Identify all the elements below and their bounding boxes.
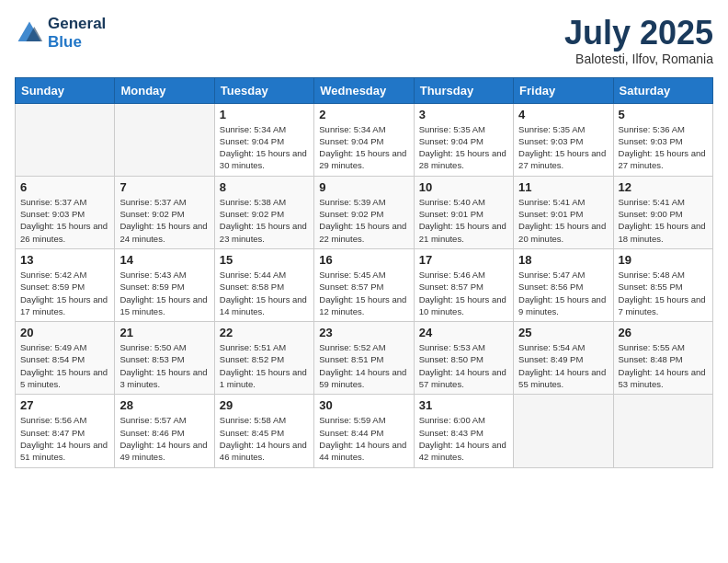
day-info: Sunrise: 5:50 AM Sunset: 8:53 PM Dayligh… xyxy=(119,341,209,390)
calendar-week-4: 20Sunrise: 5:49 AM Sunset: 8:54 PM Dayli… xyxy=(16,322,713,395)
day-info: Sunrise: 5:57 AM Sunset: 8:46 PM Dayligh… xyxy=(119,414,209,463)
calendar-cell: 23Sunrise: 5:52 AM Sunset: 8:51 PM Dayli… xyxy=(314,322,414,395)
logo: General Blue xyxy=(15,15,106,51)
calendar-cell: 28Sunrise: 5:57 AM Sunset: 8:46 PM Dayli… xyxy=(115,395,214,467)
calendar-cell xyxy=(514,395,613,467)
calendar-cell: 21Sunrise: 5:50 AM Sunset: 8:53 PM Dayli… xyxy=(115,322,214,395)
calendar-table: SundayMondayTuesdayWednesdayThursdayFrid… xyxy=(15,77,713,468)
calendar-cell: 20Sunrise: 5:49 AM Sunset: 8:54 PM Dayli… xyxy=(16,322,115,395)
day-info: Sunrise: 5:45 AM Sunset: 8:57 PM Dayligh… xyxy=(319,269,408,317)
day-info: Sunrise: 5:38 AM Sunset: 9:02 PM Dayligh… xyxy=(220,196,309,245)
weekday-header-tuesday: Tuesday xyxy=(214,77,313,103)
day-info: Sunrise: 6:00 AM Sunset: 8:43 PM Dayligh… xyxy=(419,414,508,463)
day-info: Sunrise: 5:43 AM Sunset: 8:59 PM Dayligh… xyxy=(119,269,209,317)
day-info: Sunrise: 5:42 AM Sunset: 8:59 PM Dayligh… xyxy=(20,269,109,317)
day-info: Sunrise: 5:48 AM Sunset: 8:55 PM Dayligh… xyxy=(619,269,708,317)
day-number: 26 xyxy=(619,326,708,339)
day-number: 27 xyxy=(20,398,109,412)
day-info: Sunrise: 5:59 AM Sunset: 8:44 PM Dayligh… xyxy=(319,414,408,463)
calendar-cell: 24Sunrise: 5:53 AM Sunset: 8:50 PM Dayli… xyxy=(414,322,513,395)
calendar-cell: 22Sunrise: 5:51 AM Sunset: 8:52 PM Dayli… xyxy=(214,322,313,395)
calendar-cell xyxy=(115,103,214,176)
calendar-cell: 12Sunrise: 5:41 AM Sunset: 9:00 PM Dayli… xyxy=(613,176,712,248)
day-info: Sunrise: 5:34 AM Sunset: 9:04 PM Dayligh… xyxy=(220,123,309,172)
calendar-cell: 9Sunrise: 5:39 AM Sunset: 9:02 PM Daylig… xyxy=(314,176,414,248)
weekday-header-thursday: Thursday xyxy=(414,77,513,103)
day-info: Sunrise: 5:37 AM Sunset: 9:03 PM Dayligh… xyxy=(20,196,109,245)
day-number: 9 xyxy=(319,180,408,194)
day-number: 17 xyxy=(419,253,508,267)
day-number: 24 xyxy=(419,326,508,339)
day-info: Sunrise: 5:41 AM Sunset: 9:00 PM Dayligh… xyxy=(619,196,708,245)
day-info: Sunrise: 5:36 AM Sunset: 9:03 PM Dayligh… xyxy=(619,123,708,172)
calendar-cell: 7Sunrise: 5:37 AM Sunset: 9:02 PM Daylig… xyxy=(115,176,214,248)
day-info: Sunrise: 5:55 AM Sunset: 8:48 PM Dayligh… xyxy=(619,341,708,390)
calendar-cell: 18Sunrise: 5:47 AM Sunset: 8:56 PM Dayli… xyxy=(514,248,613,321)
weekday-header-friday: Friday xyxy=(514,77,613,103)
calendar-cell: 17Sunrise: 5:46 AM Sunset: 8:57 PM Dayli… xyxy=(414,248,513,321)
calendar-cell: 11Sunrise: 5:41 AM Sunset: 9:01 PM Dayli… xyxy=(514,176,613,248)
calendar-cell: 19Sunrise: 5:48 AM Sunset: 8:55 PM Dayli… xyxy=(613,248,712,321)
day-number: 11 xyxy=(518,180,608,194)
weekday-header-row: SundayMondayTuesdayWednesdayThursdayFrid… xyxy=(16,77,713,103)
day-number: 30 xyxy=(319,398,408,412)
day-info: Sunrise: 5:51 AM Sunset: 8:52 PM Dayligh… xyxy=(220,341,309,390)
calendar-cell: 6Sunrise: 5:37 AM Sunset: 9:03 PM Daylig… xyxy=(16,176,115,248)
day-number: 16 xyxy=(319,253,408,267)
calendar-cell: 8Sunrise: 5:38 AM Sunset: 9:02 PM Daylig… xyxy=(214,176,313,248)
day-number: 18 xyxy=(518,253,608,267)
day-number: 29 xyxy=(220,398,309,412)
day-info: Sunrise: 5:49 AM Sunset: 8:54 PM Dayligh… xyxy=(20,341,109,390)
day-info: Sunrise: 5:54 AM Sunset: 8:49 PM Dayligh… xyxy=(518,341,608,390)
calendar-cell: 15Sunrise: 5:44 AM Sunset: 8:58 PM Dayli… xyxy=(214,248,313,321)
calendar-cell: 16Sunrise: 5:45 AM Sunset: 8:57 PM Dayli… xyxy=(314,248,414,321)
calendar-cell: 2Sunrise: 5:34 AM Sunset: 9:04 PM Daylig… xyxy=(314,103,414,176)
calendar-cell xyxy=(16,103,115,176)
day-number: 28 xyxy=(119,398,209,412)
day-number: 1 xyxy=(220,108,309,121)
day-number: 15 xyxy=(220,253,309,267)
day-info: Sunrise: 5:35 AM Sunset: 9:03 PM Dayligh… xyxy=(518,123,608,172)
calendar-cell: 30Sunrise: 5:59 AM Sunset: 8:44 PM Dayli… xyxy=(314,395,414,467)
calendar-cell: 5Sunrise: 5:36 AM Sunset: 9:03 PM Daylig… xyxy=(613,103,712,176)
day-number: 25 xyxy=(518,326,608,339)
day-number: 2 xyxy=(319,108,408,121)
day-number: 19 xyxy=(619,253,708,267)
day-info: Sunrise: 5:47 AM Sunset: 8:56 PM Dayligh… xyxy=(518,269,608,317)
day-info: Sunrise: 5:52 AM Sunset: 8:51 PM Dayligh… xyxy=(319,341,408,390)
day-number: 5 xyxy=(619,108,708,121)
calendar-week-1: 1Sunrise: 5:34 AM Sunset: 9:04 PM Daylig… xyxy=(16,103,713,176)
day-number: 31 xyxy=(419,398,508,412)
calendar-cell: 29Sunrise: 5:58 AM Sunset: 8:45 PM Dayli… xyxy=(214,395,313,467)
day-number: 7 xyxy=(119,180,209,194)
day-number: 22 xyxy=(220,326,309,339)
day-number: 13 xyxy=(20,253,109,267)
day-number: 6 xyxy=(20,180,109,194)
calendar-cell: 13Sunrise: 5:42 AM Sunset: 8:59 PM Dayli… xyxy=(16,248,115,321)
logo-text-blue: Blue xyxy=(48,33,106,52)
calendar-cell: 4Sunrise: 5:35 AM Sunset: 9:03 PM Daylig… xyxy=(514,103,613,176)
day-number: 4 xyxy=(518,108,608,121)
day-info: Sunrise: 5:56 AM Sunset: 8:47 PM Dayligh… xyxy=(20,414,109,463)
weekday-header-monday: Monday xyxy=(115,77,214,103)
day-number: 21 xyxy=(119,326,209,339)
calendar-cell: 1Sunrise: 5:34 AM Sunset: 9:04 PM Daylig… xyxy=(214,103,313,176)
calendar-cell: 14Sunrise: 5:43 AM Sunset: 8:59 PM Dayli… xyxy=(115,248,214,321)
day-info: Sunrise: 5:46 AM Sunset: 8:57 PM Dayligh… xyxy=(419,269,508,317)
day-info: Sunrise: 5:35 AM Sunset: 9:04 PM Dayligh… xyxy=(419,123,508,172)
weekday-header-wednesday: Wednesday xyxy=(314,77,414,103)
day-number: 3 xyxy=(419,108,508,121)
day-number: 23 xyxy=(319,326,408,339)
day-info: Sunrise: 5:37 AM Sunset: 9:02 PM Dayligh… xyxy=(119,196,209,245)
day-info: Sunrise: 5:53 AM Sunset: 8:50 PM Dayligh… xyxy=(419,341,508,390)
day-number: 20 xyxy=(20,326,109,339)
calendar-cell: 27Sunrise: 5:56 AM Sunset: 8:47 PM Dayli… xyxy=(16,395,115,467)
day-info: Sunrise: 5:58 AM Sunset: 8:45 PM Dayligh… xyxy=(220,414,309,463)
day-number: 10 xyxy=(419,180,508,194)
calendar-cell: 26Sunrise: 5:55 AM Sunset: 8:48 PM Dayli… xyxy=(613,322,712,395)
weekday-header-sunday: Sunday xyxy=(16,77,115,103)
calendar-cell: 10Sunrise: 5:40 AM Sunset: 9:01 PM Dayli… xyxy=(414,176,513,248)
day-info: Sunrise: 5:40 AM Sunset: 9:01 PM Dayligh… xyxy=(419,196,508,245)
calendar-week-2: 6Sunrise: 5:37 AM Sunset: 9:03 PM Daylig… xyxy=(16,176,713,248)
calendar-week-3: 13Sunrise: 5:42 AM Sunset: 8:59 PM Dayli… xyxy=(16,248,713,321)
